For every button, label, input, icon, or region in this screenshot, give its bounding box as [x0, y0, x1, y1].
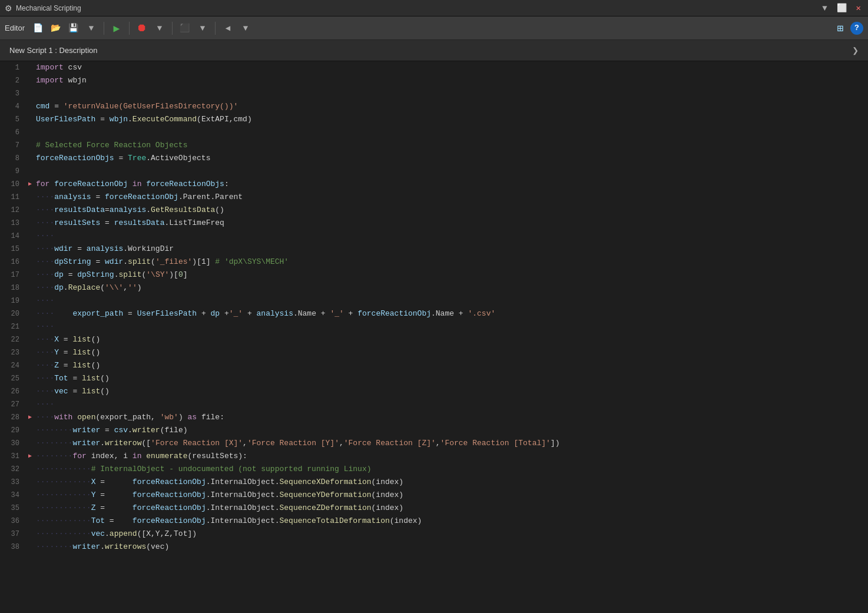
- debug-button[interactable]: ⬛: [177, 21, 193, 36]
- code-cell[interactable]: ····Y = list(): [34, 346, 868, 359]
- code-cell[interactable]: ····: [34, 398, 868, 411]
- line-number: 27: [0, 398, 26, 411]
- token: .: [128, 115, 132, 124]
- line-number: 1: [0, 61, 26, 74]
- token: =: [100, 218, 114, 227]
- debug-dropdown-button[interactable]: ▼: [195, 21, 210, 36]
- maximize-button[interactable]: ⬜: [834, 3, 849, 13]
- line-number: 33: [0, 476, 26, 489]
- code-table: 1import csv2import wbjn34cmd = 'returnVa…: [0, 61, 868, 554]
- code-cell[interactable]: for forceReactionObj in forceReactionObj…: [34, 178, 868, 191]
- table-row: 25····Tot = list(): [0, 372, 868, 385]
- code-cell[interactable]: ····: [34, 294, 868, 307]
- code-cell[interactable]: ····Z = list(): [34, 359, 868, 372]
- token: =: [59, 361, 72, 370]
- token: ····: [36, 296, 54, 305]
- code-cell[interactable]: ····resultSets = resultsData.ListTimeFre…: [34, 217, 868, 230]
- code-cell[interactable]: ····dp.Replace('\\',''): [34, 281, 868, 294]
- token: (): [91, 348, 101, 357]
- code-cell[interactable]: # Selected Force Reaction Objects: [34, 139, 868, 152]
- code-cell[interactable]: [34, 126, 868, 139]
- code-cell[interactable]: ····vec = list(): [34, 385, 868, 398]
- code-cell[interactable]: ···· export_path = UserFilesPath + dp +'…: [34, 307, 868, 320]
- token: append: [110, 529, 137, 538]
- code-cell[interactable]: ····: [34, 230, 868, 243]
- breadcrumb-arrow[interactable]: ❯: [852, 44, 859, 57]
- step-button[interactable]: ◀: [220, 21, 236, 36]
- line-number: 23: [0, 346, 26, 359]
- code-cell[interactable]: UserFilesPath = wbjn.ExecuteCommand(ExtA…: [34, 113, 868, 126]
- code-cell[interactable]: forceReactionObjs = Tree.ActiveObjects: [34, 152, 868, 165]
- line-number: 37: [0, 528, 26, 541]
- code-cell[interactable]: ····with open(export_path, 'wb') as file…: [34, 411, 868, 424]
- token: +: [197, 309, 210, 318]
- token: ····: [36, 387, 54, 396]
- code-cell[interactable]: ········for index, i in enumerate(result…: [34, 450, 868, 463]
- step-dropdown-button[interactable]: ▼: [238, 21, 253, 36]
- save-button[interactable]: 💾: [66, 21, 81, 36]
- line-number: 3: [0, 87, 26, 100]
- code-cell[interactable]: ········writer.writerows(vec): [34, 541, 868, 554]
- token: vec: [91, 529, 105, 538]
- token: ············: [36, 529, 91, 538]
- token: in: [132, 452, 142, 460]
- code-cell[interactable]: import wbjn: [34, 74, 868, 87]
- table-row: 30········writer.writerow(['Force Reacti…: [0, 437, 868, 450]
- token: forceReactionObj: [132, 491, 206, 499]
- code-cell[interactable]: ····dp = dpString.split('\SY')[0]: [34, 269, 868, 281]
- code-cell[interactable]: cmd = 'returnValue(GetUserFilesDirectory…: [34, 100, 868, 113]
- line-indicator: [26, 437, 34, 450]
- line-indicator: [26, 489, 34, 502]
- code-cell[interactable]: ····wdir = analysis.WorkingDir: [34, 243, 868, 256]
- code-cell[interactable]: ············X = forceReactionObj.Interna…: [34, 476, 868, 489]
- code-cell[interactable]: ········writer.writerow(['Force Reaction…: [34, 437, 868, 450]
- code-cell[interactable]: [34, 165, 868, 178]
- stop-dropdown-button[interactable]: ▼: [152, 21, 167, 36]
- token: :: [224, 180, 229, 188]
- code-cell[interactable]: ····resultsData=analysis.GetResultsData(…: [34, 204, 868, 217]
- token: .: [64, 283, 68, 292]
- line-number: 36: [0, 515, 26, 528]
- line-number: 30: [0, 437, 26, 450]
- help-button[interactable]: ?: [850, 22, 863, 35]
- grid-icon[interactable]: ⊞: [833, 21, 848, 36]
- code-cell[interactable]: ····X = list(): [34, 333, 868, 346]
- token: 'wb': [160, 413, 178, 422]
- token: ····: [36, 348, 54, 357]
- code-cell[interactable]: ····dpString = wdir.split('_files')[1] #…: [34, 256, 868, 269]
- line-indicator: [26, 502, 34, 515]
- code-editor[interactable]: 1import csv2import wbjn34cmd = 'returnVa…: [0, 61, 868, 613]
- code-cell[interactable]: ····: [34, 320, 868, 333]
- token: ([X,Y,Z,Tot]): [137, 529, 197, 538]
- token: =: [64, 270, 77, 279]
- line-number: 18: [0, 281, 26, 294]
- code-cell[interactable]: ········writer = csv.writer(file): [34, 424, 868, 437]
- line-number: 16: [0, 256, 26, 269]
- code-cell[interactable]: ············Z = forceReactionObj.Interna…: [34, 502, 868, 515]
- close-button[interactable]: ✕: [854, 3, 863, 13]
- line-indicator: [26, 333, 34, 346]
- stop-button[interactable]: ⏺: [134, 21, 150, 36]
- table-row: 7# Selected Force Reaction Objects: [0, 139, 868, 152]
- token: (export_path,: [95, 413, 160, 422]
- token: list: [72, 335, 91, 344]
- save-dropdown-button[interactable]: ▼: [84, 21, 99, 36]
- run-button[interactable]: ▶: [109, 21, 124, 36]
- token: (): [91, 335, 101, 344]
- new-file-button[interactable]: 📄: [31, 21, 46, 36]
- token: forceReactionObj: [357, 309, 431, 318]
- code-cell[interactable]: import csv: [34, 61, 868, 74]
- code-cell[interactable]: ············Y = forceReactionObj.Interna…: [34, 489, 868, 502]
- token: Y: [54, 348, 59, 357]
- table-row: 28▶····with open(export_path, 'wb') as f…: [0, 411, 868, 424]
- minimize-button[interactable]: ▼: [820, 4, 829, 13]
- code-cell[interactable]: [34, 87, 868, 100]
- code-cell[interactable]: ····analysis = forceReactionObj.Parent.P…: [34, 191, 868, 204]
- code-cell[interactable]: ············Tot = forceReactionObj.Inter…: [34, 515, 868, 528]
- code-cell[interactable]: ············# InternalObject - undocumen…: [34, 463, 868, 476]
- code-cell[interactable]: ············vec.append([X,Y,Z,Tot]): [34, 528, 868, 541]
- code-cell[interactable]: ····Tot = list(): [34, 372, 868, 385]
- title-bar-controls[interactable]: ▼ ⬜ ✕: [820, 3, 863, 13]
- open-file-button[interactable]: 📂: [48, 21, 64, 36]
- line-indicator: ▶: [26, 178, 34, 191]
